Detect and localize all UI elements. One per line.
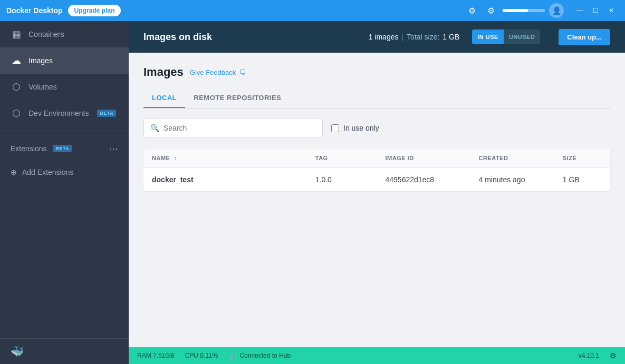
app-body: ▦ Containers ☁ Images ⬡ Volumes ⬡ Dev En…: [0, 21, 625, 364]
give-feedback-button[interactable]: Give Feedback 🗨: [190, 68, 246, 76]
table-body: docker_test 1.0.0 4495622d1ec8 4 minutes…: [143, 168, 610, 192]
tabs: LOCAL REMOTE REPOSITORIES: [143, 88, 610, 109]
in-use-bar: IN USE UNUSED: [472, 29, 546, 44]
close-button[interactable]: ✕: [604, 3, 619, 18]
search-input[interactable]: [164, 124, 316, 132]
extensions-beta-badge: BETA: [53, 145, 72, 152]
sidebar-item-images[interactable]: ☁ Images: [0, 47, 129, 74]
statusbar: RAM 7.51GB CPU 0.11% ⚓ Connected to Hub …: [129, 347, 625, 364]
tab-remote-repositories[interactable]: REMOTE REPOSITORIES: [185, 88, 290, 108]
total-size-label: Total size:: [407, 33, 439, 41]
app-name: Docker Desktop: [6, 6, 63, 15]
in-use-segment[interactable]: IN USE: [472, 29, 504, 44]
dev-env-beta-badge: BETA: [97, 110, 116, 117]
extensions-row[interactable]: Extensions BETA ⋯: [0, 135, 129, 162]
disk-header: Images on disk 1 images | Total size: 1 …: [129, 21, 625, 53]
settings-icon[interactable]: ⚙: [484, 3, 498, 18]
ram-label: RAM 7.51GB: [137, 352, 175, 359]
cell-tag: 1.0.0: [307, 168, 377, 192]
unused-segment[interactable]: UNUSED: [504, 29, 540, 44]
dev-env-icon: ⬡: [11, 107, 22, 119]
in-use-only-label: In use only: [343, 124, 379, 132]
upgrade-plan-button[interactable]: Upgrade plan: [68, 5, 121, 16]
images-table: NAME ↑ TAG IMAGE ID CREATED SIZE docker_…: [143, 149, 610, 191]
sidebar: ▦ Containers ☁ Images ⬡ Volumes ⬡ Dev En…: [0, 21, 129, 364]
disk-title: Images on disk: [143, 32, 356, 43]
resource-bar-fill: [503, 9, 528, 12]
sidebar-item-containers[interactable]: ▦ Containers: [0, 21, 129, 47]
cell-created: 4 minutes ago: [470, 168, 554, 192]
add-extensions-label: Add Extensions: [22, 168, 73, 176]
total-size-value: 1 GB: [443, 33, 459, 41]
cpu-status: CPU 0.11%: [185, 352, 218, 359]
maximize-button[interactable]: ☐: [588, 3, 603, 18]
sidebar-item-volumes[interactable]: ⬡ Volumes: [0, 74, 129, 100]
add-icon: ⊕: [11, 168, 17, 176]
sort-icon: ↑: [174, 155, 177, 161]
connection-label: Connected to Hub: [239, 352, 291, 359]
page-header: Images Give Feedback 🗨: [143, 65, 610, 79]
minimize-button[interactable]: —: [572, 3, 587, 18]
docker-whale-icon: 🐳: [11, 345, 24, 358]
containers-label: Containers: [28, 30, 64, 38]
titlebar-right: ⚙ ⚙ 👤 — ☐ ✕: [465, 3, 619, 18]
search-icon: 🔍: [150, 124, 159, 132]
resource-bar: [503, 9, 545, 12]
extensions-menu-button[interactable]: ⋯: [109, 143, 118, 154]
window-controls: — ☐ ✕: [572, 3, 619, 18]
main-content: Images on disk 1 images | Total size: 1 …: [129, 21, 625, 364]
search-box: 🔍: [143, 118, 323, 138]
page-content: Images Give Feedback 🗨 LOCAL REMOTE REPO…: [129, 53, 625, 347]
in-use-only-checkbox[interactable]: [331, 124, 339, 132]
images-icon: ☁: [11, 55, 22, 66]
sidebar-divider: [0, 131, 129, 131]
cleanup-button[interactable]: Clean up...: [559, 29, 610, 45]
col-created: CREATED: [470, 149, 554, 168]
cell-image-id: 4495622d1ec8: [377, 168, 470, 192]
status-settings-icon[interactable]: ⚙: [610, 351, 617, 360]
table-row[interactable]: docker_test 1.0.0 4495622d1ec8 4 minutes…: [143, 168, 610, 192]
images-count: 1 images: [369, 33, 399, 41]
search-filter: 🔍 In use only: [143, 118, 610, 138]
disk-stats: 1 images | Total size: 1 GB: [369, 33, 460, 41]
page-title: Images: [143, 65, 184, 79]
col-size: SIZE: [554, 149, 610, 168]
ram-status: RAM 7.51GB: [137, 352, 175, 359]
add-extensions-item[interactable]: ⊕ Add Extensions: [0, 162, 129, 183]
extensions-label: Extensions: [11, 144, 46, 153]
bug-icon[interactable]: ⚙: [465, 3, 479, 18]
connection-status: ⚓ Connected to Hub: [228, 352, 291, 359]
volumes-icon: ⬡: [11, 81, 22, 93]
cell-name: docker_test: [143, 168, 307, 192]
give-feedback-label: Give Feedback: [190, 68, 236, 76]
version-label: v4.10.1: [579, 352, 599, 359]
containers-icon: ▦: [11, 28, 22, 40]
table-header-row: NAME ↑ TAG IMAGE ID CREATED SIZE: [143, 149, 610, 168]
titlebar: Docker Desktop Upgrade plan ⚙ ⚙ 👤 — ☐ ✕: [0, 0, 625, 21]
col-tag: TAG: [307, 149, 377, 168]
in-use-only-filter[interactable]: In use only: [331, 124, 379, 132]
dev-environments-label: Dev Environments: [28, 109, 89, 117]
cell-size: 1 GB: [554, 168, 610, 192]
avatar[interactable]: 👤: [549, 3, 564, 18]
extensions-left: Extensions BETA: [11, 144, 72, 153]
feedback-icon: 🗨: [239, 68, 246, 76]
tab-local[interactable]: LOCAL: [143, 88, 185, 108]
col-image-id: IMAGE ID: [377, 149, 470, 168]
volumes-label: Volumes: [28, 83, 57, 91]
cpu-label: CPU 0.11%: [185, 352, 218, 359]
images-label: Images: [28, 56, 53, 65]
sidebar-item-dev-environments[interactable]: ⬡ Dev Environments BETA: [0, 100, 129, 126]
sidebar-bottom: 🐳: [0, 338, 129, 364]
hub-icon: ⚓: [228, 352, 236, 359]
table-header: NAME ↑ TAG IMAGE ID CREATED SIZE: [143, 149, 610, 168]
titlebar-left: Docker Desktop Upgrade plan: [6, 5, 121, 16]
col-name: NAME ↑: [143, 149, 307, 168]
